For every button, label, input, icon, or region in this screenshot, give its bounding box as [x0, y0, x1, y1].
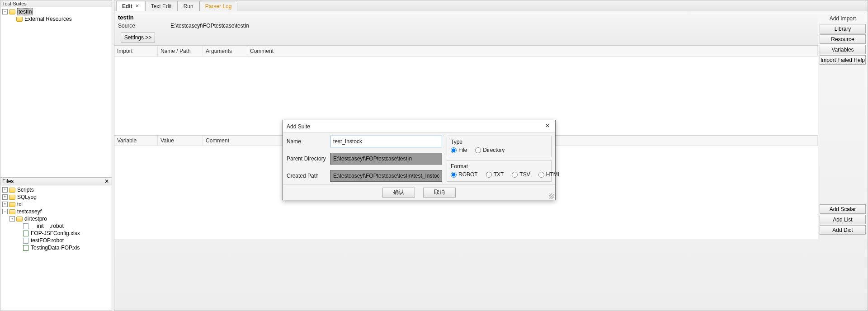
tree-item[interactable]: +tcl	[0, 201, 112, 208]
folder-icon	[9, 9, 15, 14]
library-button[interactable]: Library	[820, 24, 866, 33]
format-html-radio[interactable]: HTML	[538, 171, 561, 178]
col-comment: Comment	[247, 46, 818, 56]
col-variable: Variable	[114, 136, 158, 146]
dialog-title: Add Suite	[287, 123, 310, 130]
tree-spacer	[16, 245, 21, 250]
tree-item[interactable]: +Scripts	[0, 186, 112, 193]
folder-icon	[9, 202, 15, 207]
resize-grip-icon[interactable]	[549, 193, 554, 199]
tree-spacer	[16, 238, 21, 243]
xls-icon	[23, 231, 28, 236]
tab-close-icon[interactable]: ✕	[135, 3, 139, 9]
tab-label: Text Edit	[151, 3, 172, 9]
files-panel-header: Files ✕	[0, 177, 112, 185]
name-label: Name	[287, 138, 330, 145]
format-fieldset: Format ROBOT TXT TSV HTML	[447, 160, 552, 182]
expand-icon[interactable]: +	[2, 202, 8, 207]
tab-edit[interactable]: Edit✕	[116, 1, 145, 11]
file-icon	[23, 238, 28, 244]
expand-icon[interactable]: +	[2, 187, 8, 193]
collapse-icon[interactable]: -	[2, 9, 8, 14]
folder-icon	[9, 188, 15, 193]
collapse-icon[interactable]: -	[2, 209, 8, 214]
dialog-titlebar[interactable]: Add Suite ✕	[283, 120, 555, 133]
col-name-path: Name / Path	[158, 46, 203, 56]
left-column: Test Suites -testInExternal Resources Fi…	[0, 0, 112, 311]
tree-item-label: tcl	[17, 201, 23, 207]
parent-directory-input	[330, 153, 442, 165]
tree-spacer	[16, 231, 21, 236]
tree-item-label: External Resources	[24, 16, 72, 22]
tree-item[interactable]: testFOP.robot	[0, 237, 112, 244]
tree-item[interactable]: +SQLyog	[0, 193, 112, 201]
add-dict-button[interactable]: Add Dict	[820, 225, 866, 235]
tree-item-label: __init__.robot	[31, 223, 64, 229]
tab-text-edit[interactable]: Text Edit	[145, 1, 178, 11]
files-tree[interactable]: +Scripts+SQLyog+tcl-testcaseyf-dirtestpr…	[0, 185, 112, 311]
source-label: Source	[118, 23, 170, 29]
editor-tabs: Edit✕Text EditRunParser Log	[114, 0, 868, 11]
tree-item-label: TestingData-FOP.xls	[31, 245, 80, 251]
name-input[interactable]	[330, 136, 442, 147]
source-value: E:\testcaseyf\FOPtestcase\testIn	[170, 23, 249, 29]
col-value: Value	[158, 136, 203, 146]
format-label: Format	[451, 163, 547, 170]
type-file-radio[interactable]: File	[451, 147, 467, 153]
tree-item[interactable]: External Resources	[0, 15, 112, 23]
tab-run[interactable]: Run	[178, 1, 199, 11]
tree-item-label: SQLyog	[17, 194, 37, 200]
import-failed-help-button[interactable]: Import Failed Help	[820, 55, 866, 65]
format-robot-radio[interactable]: ROBOT	[451, 171, 478, 178]
test-suites-tree[interactable]: -testInExternal Resources	[0, 7, 112, 177]
cancel-button[interactable]: 取消	[423, 188, 456, 198]
suite-title: testIn	[118, 14, 814, 21]
tree-item-label: testcaseyf	[17, 208, 42, 215]
tree-item-label: dirtestpro	[24, 216, 47, 222]
variables-button[interactable]: Variables	[820, 45, 866, 54]
tree-item-label: Scripts	[17, 187, 34, 193]
folder-o-icon	[16, 217, 23, 221]
created-path-label: Created Path	[287, 173, 330, 179]
settings-button[interactable]: Settings >>	[121, 33, 155, 42]
format-tsv-radio[interactable]: TSV	[512, 171, 530, 178]
add-list-button[interactable]: Add List	[820, 215, 866, 224]
type-fieldset: Type File Directory	[447, 136, 552, 157]
dialog-form: Name Parent Directory Created Path	[287, 136, 442, 182]
dialog-close-icon[interactable]: ✕	[543, 123, 552, 131]
ok-button[interactable]: 确认	[382, 188, 415, 198]
tree-item[interactable]: -testcaseyf	[0, 208, 112, 215]
tree-item[interactable]: -dirtestpro	[0, 215, 112, 222]
created-path-input	[330, 170, 442, 182]
files-title: Files	[2, 178, 14, 184]
tab-label: Parser Log	[205, 3, 232, 9]
folder-icon	[9, 195, 15, 200]
expand-icon[interactable]: +	[2, 194, 8, 200]
tab-parser-log[interactable]: Parser Log	[199, 1, 238, 11]
col-arguments: Arguments	[203, 46, 247, 56]
files-close-icon[interactable]: ✕	[104, 178, 110, 184]
tab-label: Run	[184, 3, 193, 9]
xls-icon	[23, 245, 28, 251]
tree-item[interactable]: FOP-JSFConfig.xlsx	[0, 230, 112, 237]
type-directory-radio[interactable]: Directory	[475, 147, 505, 153]
editor-sidebar: Add Import Library Resource Variables Im…	[818, 11, 868, 311]
folder-o-icon	[9, 209, 15, 214]
tree-item-label: testFOP.robot	[31, 237, 64, 244]
tree-item[interactable]: -testIn	[0, 8, 112, 15]
tree-item-label: testIn	[17, 8, 33, 15]
resource-button[interactable]: Resource	[820, 34, 866, 44]
type-label: Type	[451, 139, 547, 145]
tree-spacer	[9, 16, 15, 22]
add-scalar-button[interactable]: Add Scalar	[820, 204, 866, 214]
suite-header: testIn Source E:\testcaseyf\FOPtestcase\…	[114, 11, 818, 46]
collapse-icon[interactable]: -	[9, 216, 15, 221]
test-suites-title: Test Suites	[0, 0, 112, 7]
file-icon	[23, 223, 28, 229]
tab-label: Edit	[122, 3, 132, 9]
tree-item[interactable]: TestingData-FOP.xls	[0, 244, 112, 251]
add-suite-dialog: Add Suite ✕ Name Parent Directory Create…	[283, 120, 556, 200]
format-txt-radio[interactable]: TXT	[486, 171, 504, 178]
tree-item[interactable]: __init__.robot	[0, 222, 112, 230]
add-import-label: Add Import	[820, 14, 866, 23]
